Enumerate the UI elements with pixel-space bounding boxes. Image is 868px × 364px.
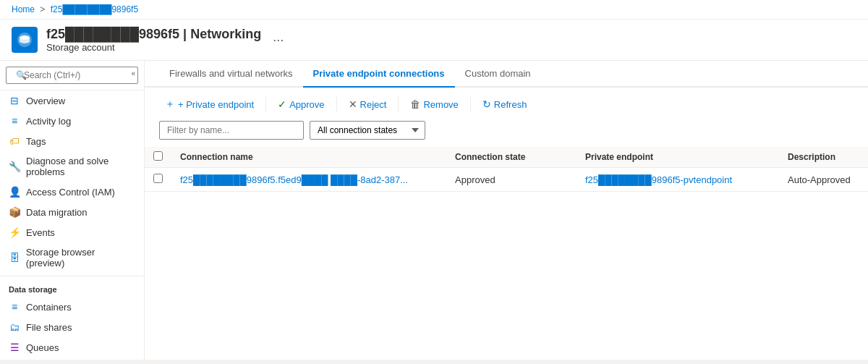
header-ellipsis[interactable]: ··· xyxy=(273,33,284,48)
page-subtitle: Storage account xyxy=(46,42,261,53)
filter-row: All connection statesApprovedPendingReje… xyxy=(145,121,868,147)
add-private-endpoint-button[interactable]: ＋ + Private endpoint xyxy=(159,95,260,114)
sidebar-item-overview[interactable]: ⊟ Overview xyxy=(0,90,144,111)
private-endpoint-header: Private endpoint xyxy=(576,147,779,168)
search-icon: 🔍 xyxy=(16,70,27,80)
events-icon: ⚡ xyxy=(9,227,20,238)
refresh-button[interactable]: ↻ Refresh xyxy=(477,96,533,113)
refresh-icon: ↻ xyxy=(482,98,491,110)
add-icon: ＋ xyxy=(165,98,175,111)
approve-button[interactable]: ✓ Approve xyxy=(272,96,330,113)
filter-input[interactable] xyxy=(159,121,304,140)
sidebar-item-label: Events xyxy=(26,227,55,238)
private-endpoint-cell: f25████████9896f5-pvtendpoint xyxy=(576,168,779,192)
connection-state-cell: Approved xyxy=(446,168,576,192)
tab-firewalls[interactable]: Firewalls and virtual networks xyxy=(159,61,303,88)
tags-icon: 🏷 xyxy=(9,135,20,147)
private-endpoint-link[interactable]: f25████████9896f5-pvtendpoint xyxy=(585,174,732,185)
connection-name-link[interactable]: f25████████9896f5.f5ed9████ ████-8ad2-38… xyxy=(180,174,408,185)
queues-icon: ☰ xyxy=(9,342,20,353)
row-checkbox[interactable] xyxy=(153,174,163,183)
sidebar-item-label: Data migration xyxy=(26,207,88,218)
header-text: f25████████9896f5 | Networking Storage a… xyxy=(46,27,261,53)
reject-icon: ✕ xyxy=(349,98,357,110)
sidebar-item-activity-log[interactable]: ≡ Activity log xyxy=(0,111,144,131)
sidebar-item-label: Overview xyxy=(26,96,65,106)
sidebar-item-label: Containers xyxy=(26,302,72,313)
collapse-icon[interactable]: « xyxy=(128,67,138,80)
sidebar-item-label: Tags xyxy=(26,136,46,147)
toolbar-separator-4 xyxy=(470,97,471,111)
toolbar-separator-1 xyxy=(265,97,266,111)
sidebar-item-label: Activity log xyxy=(26,116,71,127)
diagnose-icon: 🔧 xyxy=(9,161,20,172)
page-title: f25████████9896f5 | Networking xyxy=(46,27,261,42)
table-container: Connection name Connection state Private… xyxy=(145,147,868,192)
approve-icon: ✓ xyxy=(278,98,286,110)
sidebar-item-label: Access Control (IAM) xyxy=(26,187,115,198)
sidebar-item-access-control[interactable]: 👤 Access Control (IAM) xyxy=(0,182,144,202)
resource-icon xyxy=(12,27,38,53)
overview-icon: ⊟ xyxy=(9,95,20,106)
connection-name-header: Connection name xyxy=(171,147,446,168)
select-all-header xyxy=(145,147,171,168)
connection-name-cell: f25████████9896f5.f5ed9████ ████-8ad2-38… xyxy=(171,168,446,192)
sidebar-item-label: Diagnose and solve problems xyxy=(26,156,135,177)
access-control-icon: 👤 xyxy=(9,186,20,198)
row-checkbox-cell xyxy=(145,168,171,192)
table-row: f25████████9896f5.f5ed9████ ████-8ad2-38… xyxy=(145,168,868,192)
sidebar-item-data-migration[interactable]: 📦 Data migration xyxy=(0,202,144,222)
sidebar-item-containers[interactable]: ≡ Containers xyxy=(0,297,144,317)
activity-log-icon: ≡ xyxy=(9,115,20,127)
sidebar-item-label: File shares xyxy=(26,322,72,333)
breadcrumb: Home > f25████████9896f5 xyxy=(0,0,868,20)
breadcrumb-home[interactable]: Home xyxy=(12,4,35,14)
sidebar-item-tags[interactable]: 🏷 Tags xyxy=(0,131,144,151)
connection-state-header: Connection state xyxy=(446,147,576,168)
sidebar-item-label: Storage browser (preview) xyxy=(26,247,135,268)
description-cell: Auto-Approved xyxy=(779,168,868,192)
file-shares-icon: 🗂 xyxy=(9,321,20,333)
sidebar-item-storage-browser[interactable]: 🗄 Storage browser (preview) xyxy=(0,242,144,273)
connection-state-filter[interactable]: All connection statesApprovedPendingReje… xyxy=(310,121,425,140)
breadcrumb-resource[interactable]: f25████████9896f5 xyxy=(51,4,138,14)
data-migration-icon: 📦 xyxy=(9,206,20,218)
sidebar-item-label: Queues xyxy=(26,342,59,353)
tab-private-endpoint[interactable]: Private endpoint connections xyxy=(303,61,455,88)
description-header: Description xyxy=(779,147,868,168)
sidebar-item-queues[interactable]: ☰ Queues xyxy=(0,337,144,357)
tabs-container: Firewalls and virtual networks Private e… xyxy=(145,61,868,88)
toolbar-separator-3 xyxy=(398,97,399,111)
data-storage-section: Data storage xyxy=(0,276,144,297)
tab-custom-domain[interactable]: Custom domain xyxy=(455,61,541,88)
sidebar-item-events[interactable]: ⚡ Events xyxy=(0,222,144,242)
remove-button[interactable]: 🗑 Remove xyxy=(404,96,464,113)
breadcrumb-sep: > xyxy=(40,4,45,14)
toolbar: ＋ + Private endpoint ✓ Approve ✕ Reject … xyxy=(145,88,868,121)
storage-browser-icon: 🗄 xyxy=(9,252,20,263)
toolbar-separator-2 xyxy=(336,97,337,111)
sidebar-item-tables[interactable]: ☰ Tables xyxy=(0,357,144,360)
reject-button[interactable]: ✕ Reject xyxy=(343,96,393,113)
sidebar-item-diagnose[interactable]: 🔧 Diagnose and solve problems xyxy=(0,151,144,182)
select-all-checkbox[interactable] xyxy=(153,151,163,161)
remove-icon: 🗑 xyxy=(410,98,420,110)
svg-point-1 xyxy=(20,35,30,40)
containers-icon: ≡ xyxy=(9,301,20,313)
page-header: f25████████9896f5 | Networking Storage a… xyxy=(0,20,868,61)
sidebar-item-file-shares[interactable]: 🗂 File shares xyxy=(0,317,144,337)
